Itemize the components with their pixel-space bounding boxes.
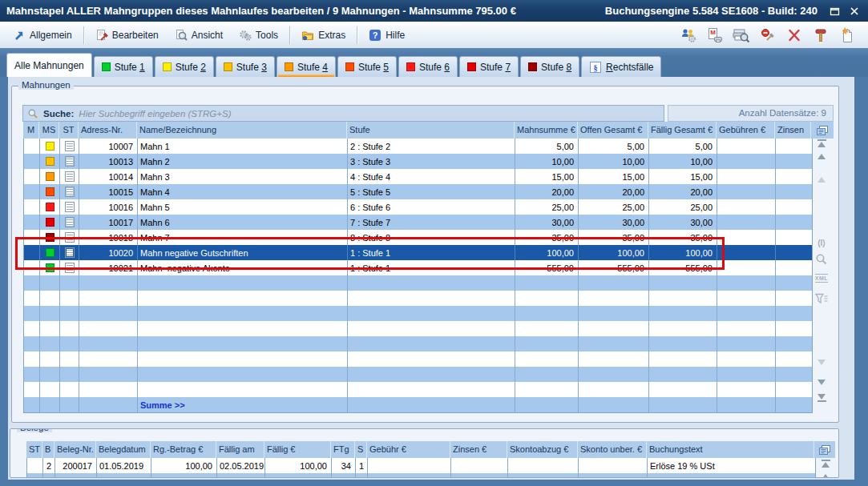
table-row[interactable]: 10016Mahn 56 : Stufe 625,0025,0025,00 xyxy=(24,199,812,215)
menu-item-hilfe[interactable]: ?Hilfe xyxy=(361,26,413,45)
col-header-st[interactable]: ST xyxy=(26,441,42,458)
new-document-icon[interactable] xyxy=(838,26,857,45)
stufe-color-square xyxy=(528,62,537,71)
scroll-up-page-icon[interactable] xyxy=(810,167,833,177)
table-row[interactable]: 10013Mahn 23 : Stufe 310,0010,0010,00 xyxy=(24,154,812,169)
tab-label: Stufe 8 xyxy=(541,62,571,73)
cell-faellig-gesamt: 35,00 xyxy=(649,230,717,245)
empty-row[interactable] xyxy=(24,367,812,382)
menu-item-tools[interactable]: Tools xyxy=(231,26,286,45)
restore-window-icon[interactable] xyxy=(829,6,840,16)
tab-stufe-5[interactable]: Stufe 5 xyxy=(337,56,397,77)
filter-icon[interactable] xyxy=(810,293,833,304)
col-header-ftg[interactable]: FTg xyxy=(331,441,355,458)
col-header-ms[interactable]: MS xyxy=(39,122,59,139)
table-row[interactable]: 10014Mahn 34 : Stufe 415,0015,0015,00 xyxy=(24,169,812,184)
menu-item-extras[interactable]: Extras xyxy=(293,26,353,45)
cell-skontoabzug xyxy=(508,458,579,473)
search-row-icon[interactable] xyxy=(810,253,833,266)
menu-separator xyxy=(289,26,290,44)
col-header-rg-betrag[interactable]: Rg.-Betrag € xyxy=(151,441,216,458)
col-header-st[interactable]: ST xyxy=(59,122,79,139)
table-row[interactable]: 10021Mahn negative Akonto1 : Stufe 1555,… xyxy=(24,260,812,275)
tab-stufe-3[interactable]: Stufe 3 xyxy=(216,56,275,77)
table-row[interactable]: 10018Mahn 78 : Stufe 835,0035,0035,00 xyxy=(24,230,812,245)
scroll-up-icon[interactable] xyxy=(814,474,837,478)
delete-icon[interactable] xyxy=(785,26,804,45)
col-header-faellig-am[interactable]: Fällig am xyxy=(216,441,264,458)
col-header-skontoabzug[interactable]: Skontoabzug € xyxy=(507,441,578,458)
stop-edit-icon[interactable] xyxy=(758,26,777,45)
empty-row[interactable] xyxy=(24,382,812,397)
user-settings-icon[interactable] xyxy=(679,26,698,45)
close-window-icon[interactable] xyxy=(849,6,860,16)
print-preview-icon[interactable] xyxy=(732,26,751,45)
stufe-color-square xyxy=(345,62,354,71)
scroll-up-icon[interactable] xyxy=(810,154,833,159)
col-header-adress-nr[interactable]: Adress-Nr. xyxy=(79,122,137,139)
empty-row[interactable] xyxy=(24,351,812,367)
tab-stufe-4[interactable]: Stufe 4 xyxy=(277,56,336,77)
tab-stufe-6[interactable]: Stufe 6 xyxy=(398,56,458,77)
empty-row[interactable] xyxy=(24,275,812,291)
menu-item-allgemein[interactable]: Allgemein xyxy=(5,26,80,45)
table-row[interactable]: 10020Mahn negative Gutschriften1 : Stufe… xyxy=(24,245,812,260)
table-row[interactable]: 220001701.05.2019100,0002.05.2019100,003… xyxy=(27,458,815,473)
col-header-m[interactable]: M xyxy=(23,122,39,139)
scroll-down-page-icon[interactable] xyxy=(810,365,833,375)
tab-stufe-7[interactable]: Stufe 7 xyxy=(459,56,519,77)
tab-stufe-8[interactable]: Stufe 8 xyxy=(520,56,579,77)
brackets-info-icon[interactable]: (I) xyxy=(810,239,833,247)
empty-row[interactable] xyxy=(27,473,815,478)
summe-row[interactable]: Summe >> xyxy=(24,397,812,412)
empty-row[interactable] xyxy=(24,336,812,351)
col-header-gebuehren[interactable]: Gebühren € xyxy=(717,122,775,139)
table-row[interactable]: 10007Mahn 12 : Stufe 25,005,005,00 xyxy=(24,139,812,154)
stufe-color-square xyxy=(285,62,293,71)
tab-alle-mahnungen[interactable]: Alle Mahnungen xyxy=(6,53,92,77)
col-header-skonto-unber[interactable]: Skonto unber. € xyxy=(578,441,647,458)
table-row[interactable]: 10017Mahn 67 : Stufe 730,0030,0030,00 xyxy=(24,215,812,230)
col-header-mahnsumme[interactable]: Mahnsumme € xyxy=(515,122,578,139)
menu-separator xyxy=(357,26,357,44)
cell-st xyxy=(27,458,43,473)
col-header-faellig-gesamt[interactable]: Fällig Gesamt € xyxy=(648,122,717,139)
cell-ms xyxy=(40,245,60,260)
col-header-stufe[interactable]: Stufe xyxy=(347,122,515,139)
cell-offen-gesamt: 20,00 xyxy=(579,184,649,199)
cell-adress-nr: 10018 xyxy=(79,230,138,245)
print-mahnung-icon[interactable]: M xyxy=(705,26,725,45)
empty-row[interactable] xyxy=(24,306,812,321)
col-header-name-bezeichnung[interactable]: Name/Bezeichnung xyxy=(137,122,347,139)
tab-stufe-2[interactable]: Stufe 2 xyxy=(155,56,214,77)
col-header-s[interactable]: S xyxy=(355,441,367,458)
empty-row[interactable] xyxy=(24,291,812,306)
cell-zinsen xyxy=(776,291,812,306)
col-header-beleg-nr[interactable]: Beleg-Nr. xyxy=(55,441,96,458)
scroll-to-bottom-icon[interactable] xyxy=(810,394,833,402)
cell-faellig: 100,00 xyxy=(265,458,332,473)
menu-item-ansicht[interactable]: Ansicht xyxy=(167,26,231,45)
tab-stufe-1[interactable]: Stufe 1 xyxy=(94,56,153,77)
scroll-to-top-icon[interactable] xyxy=(814,460,837,468)
empty-row[interactable] xyxy=(24,321,812,336)
col-header-buchungstext[interactable]: Buchungstext xyxy=(647,441,814,458)
cell-name-bezeichnung xyxy=(138,336,348,351)
xml-export-icon[interactable]: XML xyxy=(810,274,833,283)
hammer-icon[interactable] xyxy=(811,26,830,45)
scroll-to-top-icon[interactable] xyxy=(810,139,833,147)
col-header-faellig[interactable]: Fällig € xyxy=(264,441,331,458)
col-header-zinsen[interactable]: Zinsen xyxy=(775,122,811,139)
summe-link[interactable]: Summe >> xyxy=(138,397,348,412)
col-header-offen-gesamt[interactable]: Offen Gesamt € xyxy=(578,122,648,139)
col-header-b[interactable]: B xyxy=(42,441,55,458)
menu-item-bearbeiten[interactable]: Bearbeiten xyxy=(87,26,167,45)
col-header-zinsen[interactable]: Zinsen € xyxy=(450,441,507,458)
tab-rechtsfaelle[interactable]: §Rechtsfälle xyxy=(581,56,661,77)
scroll-down-icon[interactable] xyxy=(810,380,833,385)
arrow-up-right-icon xyxy=(13,29,26,42)
search-input[interactable] xyxy=(79,109,660,118)
col-header-gebuehr[interactable]: Gebühr € xyxy=(367,441,450,458)
col-header-belegdatum[interactable]: Belegdatum xyxy=(96,441,151,458)
table-row[interactable]: 10015Mahn 45 : Stufe 520,0020,0020,00 xyxy=(24,184,812,199)
